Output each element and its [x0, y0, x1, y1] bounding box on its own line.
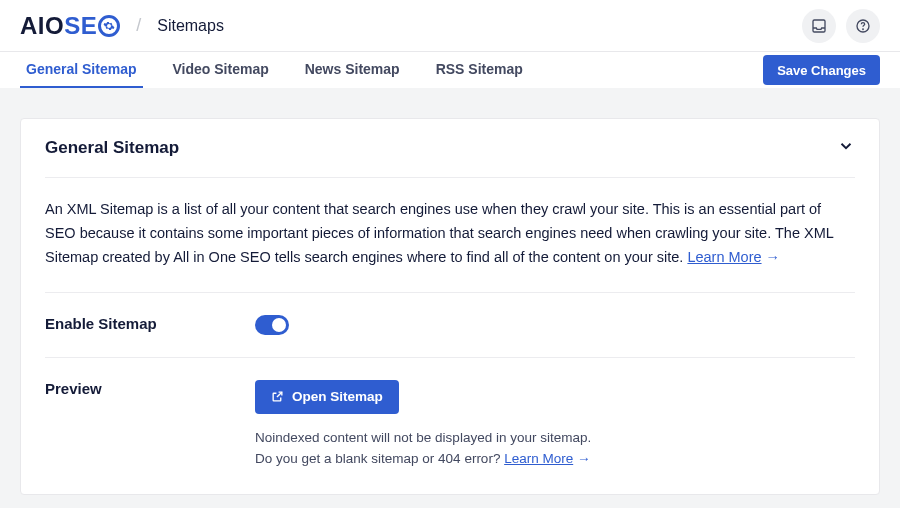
svg-point-2 [863, 29, 864, 30]
svg-rect-0 [813, 20, 825, 32]
arrow-icon: → [577, 451, 591, 466]
row-preview: Preview Open Sitemap Noindexed content w… [45, 357, 855, 470]
sitemap-description: An XML Sitemap is a list of all your con… [45, 198, 855, 270]
content: General Sitemap An XML Sitemap is a list… [0, 88, 900, 495]
topbar-actions [802, 9, 880, 43]
preview-content: Open Sitemap Noindexed content will not … [255, 380, 855, 470]
tab-general-sitemap[interactable]: General Sitemap [20, 52, 143, 88]
logo-aio: AIO [20, 12, 64, 40]
row-enable-sitemap: Enable Sitemap [45, 292, 855, 335]
tab-news-sitemap[interactable]: News Sitemap [299, 52, 406, 88]
card-body: An XML Sitemap is a list of all your con… [21, 177, 879, 494]
enable-sitemap-toggle[interactable] [255, 315, 289, 335]
logo-seo: SE [64, 12, 120, 40]
breadcrumb-sep: / [136, 15, 141, 36]
external-link-icon [271, 390, 284, 403]
learn-more-link[interactable]: Learn More [687, 249, 761, 265]
card-header: General Sitemap [21, 119, 879, 177]
arrow-icon: → [766, 249, 781, 265]
breadcrumb: Sitemaps [157, 17, 224, 35]
enable-sitemap-control [255, 315, 855, 335]
topbar: AIOSE / Sitemaps [0, 0, 900, 52]
tab-rss-sitemap[interactable]: RSS Sitemap [430, 52, 529, 88]
inbox-icon[interactable] [802, 9, 836, 43]
gear-icon [98, 15, 120, 37]
open-sitemap-button[interactable]: Open Sitemap [255, 380, 399, 414]
blank-sitemap-learn-more-link[interactable]: Learn More [504, 451, 573, 466]
chevron-down-icon[interactable] [837, 137, 855, 159]
enable-sitemap-label: Enable Sitemap [45, 315, 255, 335]
preview-note: Noindexed content will not be displayed … [255, 428, 855, 470]
toggle-knob [272, 318, 286, 332]
card-title: General Sitemap [45, 138, 179, 158]
tab-video-sitemap[interactable]: Video Sitemap [167, 52, 275, 88]
save-button[interactable]: Save Changes [763, 55, 880, 85]
divider [45, 177, 855, 178]
tabs: General Sitemap Video Sitemap News Sitem… [0, 52, 900, 88]
help-icon[interactable] [846, 9, 880, 43]
preview-label: Preview [45, 380, 255, 470]
card-general-sitemap: General Sitemap An XML Sitemap is a list… [20, 118, 880, 495]
logo: AIOSE [20, 12, 120, 40]
